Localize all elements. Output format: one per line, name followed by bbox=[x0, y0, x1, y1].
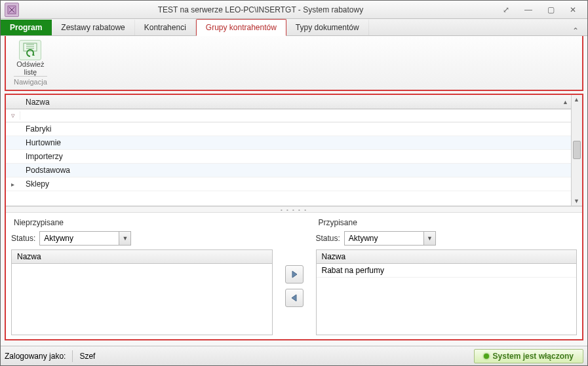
unassigned-list[interactable] bbox=[11, 264, 273, 335]
filter-icon[interactable]: ▿ bbox=[6, 111, 20, 120]
table-row[interactable]: Fabryki bbox=[6, 122, 571, 136]
refresh-icon[interactable] bbox=[19, 40, 41, 60]
groups-grid[interactable]: Nazwa ▲ ▿ Fabryki Hurtownie Importerzy P… bbox=[6, 95, 571, 206]
sort-asc-icon[interactable]: ▲ bbox=[562, 99, 568, 105]
assign-left-button[interactable] bbox=[285, 289, 304, 307]
vertical-scrollbar[interactable] bbox=[571, 95, 582, 206]
table-row[interactable]: Hurtownie bbox=[6, 136, 571, 150]
close-button[interactable]: ✕ bbox=[565, 4, 581, 16]
list-item[interactable]: Rabat na perfumy bbox=[317, 264, 577, 278]
table-row[interactable]: Podstawowa bbox=[6, 164, 571, 177]
grid-column-header[interactable]: Nazwa ▲ bbox=[6, 95, 571, 109]
assignment-panels: Nieprzypisane Status: Aktywny ▼ Nazwa bbox=[6, 213, 582, 339]
status-value-right: Aktywny bbox=[345, 234, 423, 243]
status-combo-right[interactable]: Aktywny ▼ bbox=[344, 231, 436, 246]
app-icon bbox=[5, 3, 19, 17]
refresh-button[interactable]: Odśwież listę bbox=[16, 60, 44, 76]
grid-body: Fabryki Hurtownie Importerzy Podstawowa … bbox=[6, 122, 571, 206]
tab-typy-dokumentow[interactable]: Typy dokumentów bbox=[286, 20, 369, 35]
table-row[interactable]: Importerzy bbox=[6, 150, 571, 164]
main-content: Nazwa ▲ ▿ Fabryki Hurtownie Importerzy P… bbox=[5, 94, 583, 340]
status-label-left: Status: bbox=[11, 234, 35, 243]
status-separator bbox=[72, 350, 73, 362]
minimize-button[interactable]: — bbox=[520, 4, 536, 16]
tab-kontrahenci[interactable]: Kontrahenci bbox=[135, 20, 196, 35]
refresh-label-2: listę bbox=[24, 68, 37, 76]
window-title: TEST na serwerze LEO-PC\INSERTGT - Syste… bbox=[23, 5, 498, 14]
scrollbar-thumb[interactable] bbox=[573, 141, 581, 159]
assigned-panel: Przypisane Status: Aktywny ▼ Nazwa Rabat… bbox=[311, 213, 583, 339]
tab-program[interactable]: Program bbox=[1, 20, 52, 35]
unassigned-panel: Nieprzypisane Status: Aktywny ▼ Nazwa bbox=[6, 213, 278, 339]
chevron-down-icon[interactable]: ▼ bbox=[119, 232, 130, 245]
ribbon: Odśwież listę Nawigacja bbox=[5, 36, 583, 91]
ribbon-toggle-icon[interactable]: ⤢ bbox=[498, 4, 514, 16]
chevron-down-icon[interactable]: ▼ bbox=[423, 232, 435, 245]
system-status-text: System jest włączony bbox=[493, 352, 574, 361]
table-row[interactable]: Sklepy bbox=[6, 177, 571, 191]
collapse-ribbon-icon[interactable]: ⌃ bbox=[569, 26, 582, 35]
ribbon-group-navigation: Odśwież listę Nawigacja bbox=[9, 39, 52, 87]
unassigned-list-header[interactable]: Nazwa bbox=[11, 249, 273, 264]
assigned-list-header[interactable]: Nazwa bbox=[316, 249, 578, 264]
assigned-title: Przypisane bbox=[316, 217, 578, 229]
grid-area: Nazwa ▲ ▿ Fabryki Hurtownie Importerzy P… bbox=[6, 95, 582, 206]
ribbon-group-label: Nawigacja bbox=[14, 76, 47, 86]
status-value-left: Aktywny bbox=[40, 234, 119, 243]
tab-zestawy-rabatowe[interactable]: Zestawy rabatowe bbox=[52, 20, 134, 35]
maximize-button[interactable]: ▢ bbox=[543, 4, 559, 16]
grid-column-header-label: Nazwa bbox=[26, 98, 50, 107]
assigned-list[interactable]: Rabat na perfumy bbox=[316, 264, 578, 335]
refresh-label-1: Odśwież bbox=[16, 60, 44, 68]
system-status-badge[interactable]: System jest włączony bbox=[474, 349, 583, 363]
unassigned-title: Nieprzypisane bbox=[11, 217, 273, 229]
logged-in-user: Szef bbox=[79, 352, 95, 361]
assign-right-button[interactable] bbox=[285, 265, 304, 284]
grid-filter-row[interactable]: ▿ bbox=[6, 109, 571, 122]
status-label-right: Status: bbox=[316, 234, 340, 243]
status-bar: Zalogowany jako: Szef System jest włączo… bbox=[1, 346, 587, 365]
logged-in-label: Zalogowany jako: bbox=[5, 352, 66, 361]
status-dot-icon bbox=[484, 354, 489, 359]
status-combo-left[interactable]: Aktywny ▼ bbox=[39, 231, 131, 246]
horizontal-splitter[interactable]: • • • • • bbox=[6, 206, 582, 213]
tab-grupy-kontrahentow[interactable]: Grupy kontrahentów bbox=[196, 19, 286, 36]
assign-buttons bbox=[278, 213, 311, 339]
title-bar: TEST na serwerze LEO-PC\INSERTGT - Syste… bbox=[1, 1, 587, 19]
tab-strip: Program Zestawy rabatowe Kontrahenci Gru… bbox=[1, 19, 587, 36]
